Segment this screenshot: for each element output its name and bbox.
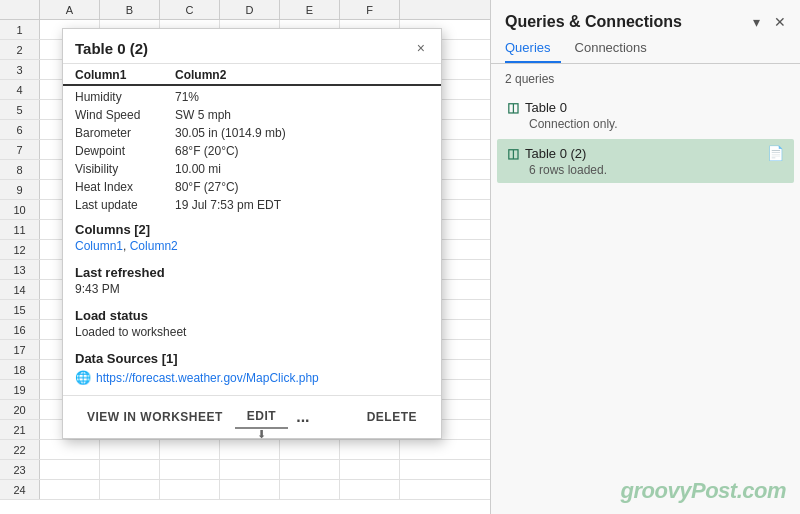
col-header-F: F [340, 0, 400, 19]
row-num-13: 13 [0, 260, 40, 279]
cell-D23[interactable] [220, 460, 280, 479]
row-num-7: 7 [0, 140, 40, 159]
column1-link[interactable]: Column1 [75, 239, 123, 253]
cell-A23[interactable] [40, 460, 100, 479]
row-num-21: 21 [0, 420, 40, 439]
col-header-A: A [40, 0, 100, 19]
popup-footer: VIEW IN WORKSHEET EDIT ⬇︎ ... DELETE [63, 395, 441, 438]
pin-button[interactable]: ▾ [749, 12, 764, 32]
col-header-C: C [160, 0, 220, 19]
query-item-table0-status: Connection only. [507, 117, 784, 131]
cell-A22[interactable] [40, 440, 100, 459]
col2-header: Column2 [163, 64, 441, 85]
watermark-suffix: Post.com [691, 478, 786, 503]
table-cell-col1: Last update [63, 196, 163, 214]
col1-header: Column1 [63, 64, 163, 85]
table-cell-col1: Wind Speed [63, 106, 163, 124]
cell-E22[interactable] [280, 440, 340, 459]
table-row: Wind SpeedSW 5 mph [63, 106, 441, 124]
load-status-value: Loaded to worksheet [75, 325, 429, 339]
row-num-1: 1 [0, 20, 40, 39]
row-num-23: 23 [0, 460, 40, 479]
qc-panel-header: Queries & Connections ▾ ✕ [491, 0, 800, 32]
datasource-row: 🌐 https://forecast.weather.gov/MapClick.… [75, 368, 429, 387]
load-status-title: Load status [75, 308, 429, 323]
popup-header: Table 0 (2) × [63, 29, 441, 64]
cell-E23[interactable] [280, 460, 340, 479]
qc-tabs: Queries Connections [491, 36, 800, 64]
columns-links: Column1, Column2 [75, 239, 429, 253]
table-cell-col2: 19 Jul 7:53 pm EDT [163, 196, 441, 214]
cell-C24[interactable] [160, 480, 220, 499]
row-num-5: 5 [0, 100, 40, 119]
row-num-14: 14 [0, 280, 40, 299]
delete-button[interactable]: DELETE [355, 406, 429, 428]
cell-B22[interactable] [100, 440, 160, 459]
row-num-19: 19 [0, 380, 40, 399]
query-item-table0[interactable]: ◫ Table 0 Connection only. [497, 94, 794, 137]
row-num-24: 24 [0, 480, 40, 499]
row-num-16: 16 [0, 320, 40, 339]
edit-button[interactable]: EDIT [235, 405, 288, 429]
column2-link[interactable]: Column2 [130, 239, 178, 253]
row-num-11: 11 [0, 220, 40, 239]
cell-C22[interactable] [160, 440, 220, 459]
table-cell-col1: Heat Index [63, 178, 163, 196]
row-num-20: 20 [0, 400, 40, 419]
table-icon-table0: ◫ [507, 100, 519, 115]
row-num-2: 2 [0, 40, 40, 59]
row-num-4: 4 [0, 80, 40, 99]
table-row: Humidity71% [63, 85, 441, 106]
cell-B23[interactable] [100, 460, 160, 479]
view-in-worksheet-button[interactable]: VIEW IN WORKSHEET [75, 406, 235, 428]
row-num-18: 18 [0, 360, 40, 379]
table-cell-col2: SW 5 mph [163, 106, 441, 124]
query-item-table0-2-status: 6 rows loaded. [507, 163, 784, 177]
qc-panel-title: Queries & Connections [505, 13, 682, 31]
table-cell-col2: 10.00 mi [163, 160, 441, 178]
row-num-6: 6 [0, 120, 40, 139]
row-header-corner [0, 0, 40, 19]
datasource-url[interactable]: https://forecast.weather.gov/MapClick.ph… [96, 371, 319, 385]
watermark: groovyPost.com [621, 478, 786, 504]
query-item-table0-name: Table 0 [525, 100, 784, 115]
qc-header-icons: ▾ ✕ [749, 12, 790, 32]
table-cell-col2: 80°F (27°C) [163, 178, 441, 196]
cell-E24[interactable] [280, 480, 340, 499]
close-panel-button[interactable]: ✕ [770, 12, 790, 32]
table-row: Visibility10.00 mi [63, 160, 441, 178]
table-row: Dewpoint68°F (20°C) [63, 142, 441, 160]
cell-D24[interactable] [220, 480, 280, 499]
table-cell-col2: 30.05 in (1014.9 mb) [163, 124, 441, 142]
globe-icon: 🌐 [75, 370, 91, 385]
query-item-table0-2[interactable]: ◫ Table 0 (2) 📄 6 rows loaded. [497, 139, 794, 183]
query-popup-card: Table 0 (2) × Column1 Column2 Humidity71… [62, 28, 442, 439]
col-header-B: B [100, 0, 160, 19]
cell-A24[interactable] [40, 480, 100, 499]
table-row: Barometer30.05 in (1014.9 mb) [63, 124, 441, 142]
more-options-button[interactable]: ... [288, 404, 317, 430]
watermark-prefix: groovy [621, 478, 691, 503]
table-icon-table0-2: ◫ [507, 146, 519, 161]
row-num-8: 8 [0, 160, 40, 179]
cell-C23[interactable] [160, 460, 220, 479]
close-button[interactable]: × [413, 39, 429, 57]
tab-queries[interactable]: Queries [505, 36, 561, 63]
col-header-D: D [220, 0, 280, 19]
last-refreshed-value: 9:43 PM [75, 282, 429, 296]
data-sources-title: Data Sources [1] [75, 351, 429, 366]
query-item-table0-header: ◫ Table 0 [507, 100, 784, 115]
cell-B24[interactable] [100, 480, 160, 499]
table-cell-col1: Humidity [63, 85, 163, 106]
qc-query-count: 2 queries [491, 70, 800, 92]
table-row: Heat Index80°F (27°C) [63, 178, 441, 196]
tab-connections[interactable]: Connections [575, 36, 657, 63]
load-status-section: Load status Loaded to worksheet [63, 300, 441, 343]
cell-F22[interactable] [340, 440, 400, 459]
cell-D22[interactable] [220, 440, 280, 459]
cell-F23[interactable] [340, 460, 400, 479]
worksheet-icon: 📄 [767, 145, 784, 161]
cell-F24[interactable] [340, 480, 400, 499]
row-num-22: 22 [0, 440, 40, 459]
table-cell-col1: Barometer [63, 124, 163, 142]
